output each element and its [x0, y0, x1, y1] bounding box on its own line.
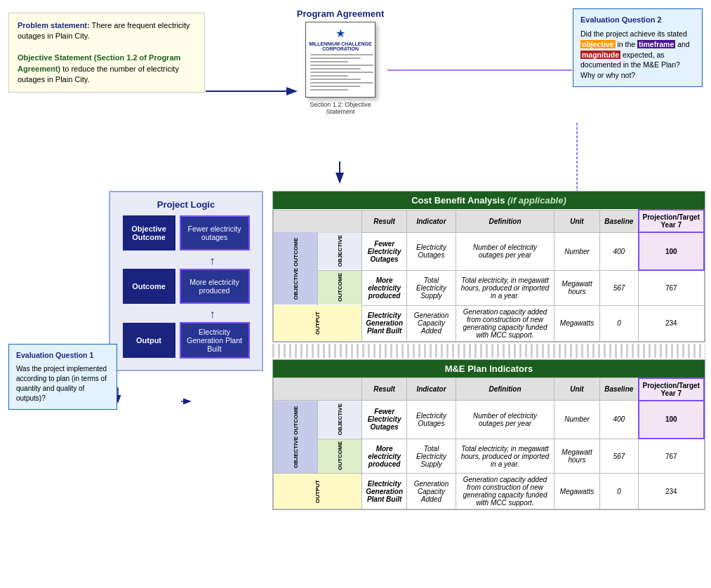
me-indicator-1: Electricity Outages — [407, 401, 456, 439]
problem-statement-box: Problem statement: There are frequent el… — [8, 13, 205, 93]
me-label-objective-outcome: OBJECTIVE OUTCOME — [274, 401, 318, 474]
doc-org-name: MILLENNIUM CHALLENGE CORPORATION — [309, 41, 372, 51]
pl-outcome-row: Outcome More electricity produced — [117, 269, 255, 304]
me-section: M&E Plan Indicators Result Indicator Def… — [272, 359, 705, 511]
cba-sublabel-outcome: OUTCOME — [318, 270, 362, 305]
me-row-outcome: OUTCOME More electricity produced Total … — [274, 439, 705, 474]
cba-label-objective-outcome: OBJECTIVE OUTCOME — [274, 232, 318, 305]
cba-table: Result Indicator Definition Unit Baselin… — [273, 209, 705, 342]
cba-projection-3: 234 — [639, 305, 705, 341]
doc-line — [310, 82, 373, 83]
cba-label-output: OUTPUT — [274, 305, 362, 341]
cba-result-3: Electricity Generation Plant Built — [362, 305, 407, 341]
cba-indicator-1: Electricity Outages — [407, 232, 456, 270]
cba-table-wrapper: Result Indicator Definition Unit Baselin… — [273, 209, 705, 342]
cba-baseline-2: 567 — [600, 270, 639, 305]
doc-line — [310, 68, 361, 69]
me-definition-1: Number of electricity outages per year — [456, 401, 554, 439]
eq1-text: Was the project implemented according to… — [16, 364, 109, 403]
cba-indicator-3: Generation Capacity Added — [407, 305, 456, 341]
doc-lines — [309, 54, 372, 91]
cba-unit-3: Megawatts — [554, 305, 600, 341]
me-projection-1: 100 — [639, 401, 705, 439]
me-unit-1: Number — [554, 401, 600, 439]
doc-line — [310, 89, 348, 91]
cba-col-empty — [274, 210, 362, 232]
doc-line — [310, 75, 348, 76]
cba-definition-2: Total electricity, in megawatt hours, pr… — [456, 270, 554, 305]
eq2-box: Evaluation Question 2 Did the project ac… — [573, 8, 703, 87]
cba-row-objective: OBJECTIVE OUTCOME OBJECTIVE Fewer Electr… — [274, 232, 705, 270]
cba-sublabel-objective: OBJECTIVE — [318, 232, 362, 270]
me-table-wrapper: Result Indicator Definition Unit Baselin… — [273, 377, 705, 510]
me-label-output: OUTPUT — [274, 474, 362, 509]
cba-col-indicator: Indicator — [407, 210, 456, 232]
me-row-objective: OBJECTIVE OUTCOME OBJECTIVE Fewer Electr… — [274, 401, 705, 439]
me-col-unit: Unit — [554, 378, 600, 401]
program-agreement-doc: Program Agreement ★ MILLENNIUM CHALLENGE… — [295, 8, 386, 115]
cba-section: Cost Benefit Analysis (if applicable) Re… — [272, 191, 705, 342]
doc-paper: ★ MILLENNIUM CHALLENGE CORPORATION — [305, 22, 376, 98]
me-col-projection: Projection/Target Year 7 — [639, 378, 705, 401]
pl-objective-result: Fewer electricity outages — [180, 215, 250, 250]
pl-output-label: Output — [123, 323, 175, 358]
me-row-output: OUTPUT Electricity Generation Plant Buil… — [274, 474, 705, 509]
me-col-result: Result — [362, 378, 407, 401]
me-header: M&E Plan Indicators — [273, 360, 705, 377]
cba-result-1: Fewer Electricity Outages — [362, 232, 407, 270]
main-container: Problem statement: There are frequent el… — [0, 0, 711, 588]
pl-objective-row: Objective Outcome Fewer electricity outa… — [117, 215, 255, 250]
me-baseline-2: 567 — [600, 439, 639, 474]
me-indicator-2: Total Electricity Supply — [407, 439, 456, 474]
doc-line — [310, 72, 373, 73]
torn-paper-divider — [272, 344, 705, 358]
me-projection-2: 767 — [639, 439, 705, 474]
project-logic-box: Project Logic Objective Outcome Fewer el… — [109, 191, 263, 371]
me-col-empty — [274, 378, 362, 401]
me-sublabel-outcome: OUTCOME — [318, 439, 362, 474]
me-result-3: Electricity Generation Plant Built — [362, 474, 407, 509]
cba-baseline-1: 400 — [600, 232, 639, 270]
cba-definition-1: Number of electricity outages per year — [456, 232, 554, 270]
me-projection-3: 234 — [639, 474, 705, 509]
doc-line — [310, 65, 373, 66]
me-unit-2: Megawatt hours — [554, 439, 600, 474]
pl-arrow-2: ↑ — [117, 308, 255, 321]
cba-result-2: More electricity produced — [362, 270, 407, 305]
me-definition-2: Total electricity, in megawatt hours, pr… — [456, 439, 554, 474]
cba-row-outcome: OUTCOME More electricity produced Total … — [274, 270, 705, 305]
doc-title: Program Agreement — [295, 8, 386, 19]
doc-star-icon: ★ — [309, 27, 372, 40]
me-result-1: Fewer Electricity Outages — [362, 401, 407, 439]
cba-projection-2: 767 — [639, 270, 705, 305]
highlight-objective: objective — [580, 40, 616, 48]
cba-unit-1: Number — [554, 232, 600, 270]
highlight-magnitude: magnitude — [580, 51, 620, 59]
eq2-title: Evaluation Question 2 — [580, 15, 695, 25]
cba-indicator-2: Total Electricity Supply — [407, 270, 456, 305]
me-col-definition: Definition — [456, 378, 554, 401]
doc-line — [310, 79, 361, 80]
me-result-2: More electricity produced — [362, 439, 407, 474]
me-unit-3: Megawatts — [554, 474, 600, 509]
cba-unit-2: Megawatt hours — [554, 270, 600, 305]
eq1-box: Evaluation Question 1 Was the project im… — [8, 344, 117, 410]
doc-line — [310, 54, 373, 55]
pl-output-row: Output Electricity Generation Plant Buil… — [117, 322, 255, 359]
cba-baseline-3: 0 — [600, 305, 639, 341]
me-table: Result Indicator Definition Unit Baselin… — [273, 377, 705, 510]
me-col-baseline: Baseline — [600, 378, 639, 401]
pl-arrow-1: ↑ — [117, 255, 255, 267]
cba-col-baseline: Baseline — [600, 210, 639, 232]
highlight-timeframe: timeframe — [637, 40, 675, 48]
right-panel: Cost Benefit Analysis (if applicable) Re… — [272, 191, 705, 580]
project-logic-title: Project Logic — [117, 199, 255, 210]
cba-col-unit: Unit — [554, 210, 600, 232]
pl-outcome-label: Outcome — [123, 269, 175, 304]
me-col-indicator: Indicator — [407, 378, 456, 401]
me-baseline-1: 400 — [600, 401, 639, 439]
cba-col-projection: Projection/Target Year 7 — [639, 210, 705, 232]
cba-projection-1: 100 — [639, 232, 705, 270]
me-sublabel-objective: OBJECTIVE — [318, 401, 362, 439]
cba-row-output: OUTPUT Electricity Generation Plant Buil… — [274, 305, 705, 341]
